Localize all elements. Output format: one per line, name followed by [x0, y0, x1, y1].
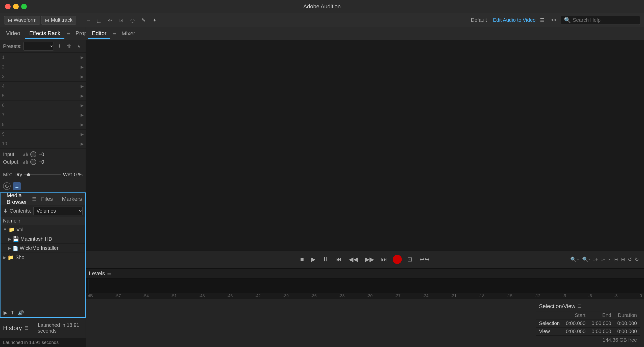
- pencil-button[interactable]: ✎: [139, 16, 148, 25]
- lasso-button[interactable]: ◌: [128, 16, 137, 25]
- zoom-out-amp-button[interactable]: ↕-: [601, 257, 605, 262]
- zoom-full-button[interactable]: ⊡: [607, 256, 612, 262]
- save-preset-button[interactable]: ⬇: [56, 42, 63, 50]
- zoom-in-amp-button[interactable]: ↕+: [593, 257, 598, 262]
- to-start-button[interactable]: ⏮: [334, 256, 343, 263]
- search-input[interactable]: [573, 17, 637, 23]
- effect-slot-5[interactable]: 5 ▶: [0, 91, 86, 101]
- mix-slider-track[interactable]: [24, 174, 61, 175]
- effect-slot-8[interactable]: 8 ▶: [0, 120, 86, 130]
- levels-menu-icon[interactable]: ☰: [107, 271, 111, 276]
- move-tool-button[interactable]: ↔: [84, 16, 93, 25]
- effect-slot-9[interactable]: 9 ▶: [0, 130, 86, 139]
- to-end-button[interactable]: ⏭: [380, 256, 389, 263]
- select-tool-button[interactable]: ⬚: [95, 16, 104, 25]
- minimize-button[interactable]: [13, 4, 19, 9]
- close-button[interactable]: [5, 4, 11, 9]
- contents-dropdown[interactable]: Volumes: [33, 207, 83, 215]
- tab-editor[interactable]: Editor: [88, 29, 110, 39]
- tab-files[interactable]: Files: [37, 194, 57, 204]
- undo-zoom-button[interactable]: ↺: [628, 256, 632, 262]
- pause-button[interactable]: ⏸: [321, 256, 330, 263]
- main-area: Video Effects Rack ☰ Properties >> Prese…: [0, 27, 644, 347]
- media-item-macintosh[interactable]: ▶ 💾 Macintosh HD: [1, 234, 85, 244]
- selection-duration[interactable]: 0:00.000: [614, 319, 640, 328]
- star-preset-button[interactable]: ★: [75, 42, 83, 50]
- edit-audio-button[interactable]: Edit Audio to Video: [493, 17, 536, 23]
- edit-audio-menu-button[interactable]: ☰: [538, 16, 547, 25]
- input-knob[interactable]: [30, 151, 36, 157]
- media-item-vol[interactable]: ▼ 📁 Vol: [1, 225, 85, 234]
- tab-mixer[interactable]: Mixer: [117, 29, 139, 38]
- view-duration[interactable]: 0:00.000: [614, 328, 640, 336]
- more-tools-button[interactable]: >>: [549, 17, 559, 23]
- effect-slot-10[interactable]: 10 ▶: [0, 139, 86, 149]
- rewind-button[interactable]: ◀◀: [347, 256, 359, 263]
- media-item-sho[interactable]: ▶ 📁 Sho: [1, 253, 85, 262]
- media-export-button[interactable]: ⬆: [10, 310, 15, 316]
- media-download-icon[interactable]: ⬇: [3, 208, 8, 214]
- tick-db: dB: [88, 294, 93, 298]
- expand-icon-wickr: ▶: [8, 246, 11, 251]
- tab-effects-rack[interactable]: Effects Rack: [25, 29, 64, 39]
- workspace-button[interactable]: Default: [467, 16, 491, 24]
- delete-preset-button[interactable]: 🗑: [65, 42, 73, 50]
- zoom-out-time-button[interactable]: 🔍-: [582, 256, 590, 262]
- effect-slot-3[interactable]: 3 ▶: [0, 72, 86, 82]
- output-knob[interactable]: [30, 159, 36, 165]
- mix-slider-thumb: [27, 173, 30, 176]
- launch-status: Launched in 18.91 seconds: [3, 340, 59, 345]
- effect-slot-1[interactable]: 1 ▶: [0, 53, 86, 62]
- input-bars: [23, 153, 28, 156]
- media-play-button[interactable]: ▶: [4, 310, 7, 316]
- media-volume-button[interactable]: 🔊: [18, 310, 24, 316]
- rack-power-button[interactable]: ⏻: [3, 182, 11, 190]
- selview-menu-icon[interactable]: ☰: [577, 304, 581, 309]
- fast-forward-button[interactable]: ▶▶: [363, 256, 376, 263]
- media-item-wickr[interactable]: ▶ 📄 WickrMe Installer: [1, 244, 85, 253]
- multitrack-button[interactable]: ⊞ Multitrack: [41, 16, 76, 24]
- time-select-button[interactable]: ⇔: [106, 16, 115, 25]
- media-browser-menu-icon[interactable]: ☰: [32, 196, 36, 202]
- loop-button[interactable]: ⊡: [406, 256, 414, 263]
- zoom-custom-button[interactable]: ⊞: [621, 256, 625, 262]
- effect-slot-4[interactable]: 4 ▶: [0, 82, 86, 91]
- skip-button[interactable]: ↩↪: [418, 256, 431, 263]
- effect-slot-6[interactable]: 6 ▶: [0, 101, 86, 110]
- selection-row-label: Selection: [536, 319, 563, 328]
- record-button[interactable]: [393, 255, 402, 264]
- tab-markers[interactable]: Markers: [58, 194, 86, 204]
- effects-rack-menu-icon[interactable]: ☰: [66, 31, 70, 36]
- waveform-button[interactable]: ⊟ Waveform: [4, 16, 40, 24]
- selview-outer: Selection/View ☰ Start End Duration: [86, 299, 644, 347]
- presets-dropdown[interactable]: [23, 42, 54, 51]
- history-label: History: [3, 325, 22, 332]
- effect-slot-7[interactable]: 7 ▶: [0, 110, 86, 120]
- tab-video[interactable]: Video: [2, 29, 24, 39]
- zoom-sel-button[interactable]: ⊟: [614, 256, 618, 262]
- titlebar: Adobe Audition: [0, 0, 644, 13]
- heal-button[interactable]: ✦: [150, 16, 159, 25]
- levels-panel: Levels ☰ dB -57 -54 -51 -48 -45 -42 -39 …: [86, 268, 644, 299]
- rack-list-button[interactable]: ☰: [13, 182, 21, 190]
- editor-menu-icon[interactable]: ☰: [112, 31, 116, 36]
- zoom-in-time-button[interactable]: 🔍+: [570, 256, 580, 262]
- slot-arrow-8: ▶: [81, 122, 84, 127]
- selection-end[interactable]: 0:00.000: [588, 319, 614, 328]
- redo-zoom-button[interactable]: ↻: [635, 256, 639, 262]
- view-start[interactable]: 0:00.000: [563, 328, 588, 336]
- macintosh-label: Macintosh HD: [20, 236, 52, 242]
- input-value: +0: [38, 152, 44, 157]
- maximize-button[interactable]: [21, 4, 27, 9]
- history-menu-icon[interactable]: ☰: [24, 325, 29, 331]
- media-list[interactable]: Name ↑ ▼ 📁 Vol ▶ 💾 Macintosh HD: [1, 217, 85, 308]
- marquee-button[interactable]: ⊡: [117, 16, 126, 25]
- effect-slot-2[interactable]: 2 ▶: [0, 62, 86, 72]
- output-value: +0: [38, 159, 44, 165]
- view-end[interactable]: 0:00.000: [588, 328, 614, 336]
- levels-canvas: [86, 279, 644, 293]
- play-button[interactable]: ▶: [309, 256, 317, 263]
- stop-button[interactable]: ■: [299, 256, 306, 263]
- history-separator: [33, 324, 33, 332]
- selection-start[interactable]: 0:00.000: [563, 319, 588, 328]
